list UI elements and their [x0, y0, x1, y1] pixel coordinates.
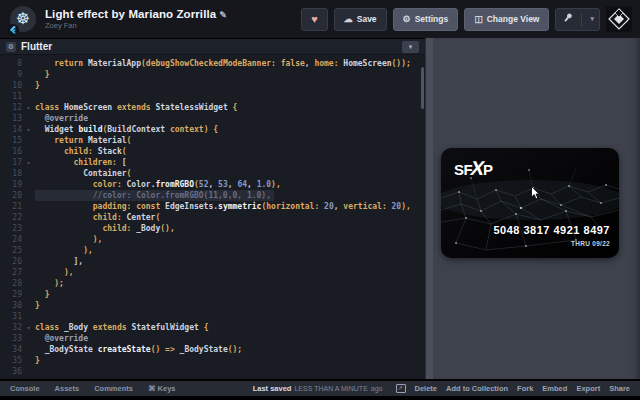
line-number: 18 — [0, 168, 22, 179]
tab-keys[interactable]: ⌘ Keys — [148, 384, 176, 393]
editor-settings-icon[interactable]: ⚙ — [6, 42, 16, 52]
code-text: } — [35, 69, 49, 80]
code-line[interactable]: 28 ); — [0, 278, 425, 289]
page-title-text: Light effect by Mariano Zorrilla — [45, 8, 216, 20]
fork-button[interactable]: Fork — [517, 384, 533, 393]
embed-button[interactable]: Embed — [542, 384, 567, 393]
code-line[interactable]: 12▾class HomeScreen extends StatelessWid… — [0, 102, 425, 113]
collapse-panel-button[interactable]: ▾ — [402, 41, 419, 53]
fold-marker-icon[interactable]: ▾ — [22, 157, 35, 168]
code-line[interactable]: 19 color: Color.fromRGBO(52, 53, 64, 1.0… — [0, 179, 425, 190]
change-view-label: Change View — [487, 14, 540, 24]
code-line[interactable]: 22 child: Center( — [0, 212, 425, 223]
pin-button[interactable]: ▾ — [555, 8, 600, 31]
fold-spacer — [22, 289, 35, 300]
line-number: 25 — [0, 245, 22, 256]
code-text: _BodyState createState() => _BodyState()… — [35, 344, 242, 355]
code-line[interactable]: 21 padding: const EdgeInsets.symmetric(h… — [0, 201, 425, 212]
code-line[interactable]: 23 child: _Body(), — [0, 223, 425, 234]
fold-spacer — [22, 69, 35, 80]
tab-assets[interactable]: Assets — [55, 384, 80, 393]
code-line[interactable]: 10} — [0, 80, 425, 91]
code-line[interactable]: 34 _BodyState createState() => _BodyStat… — [0, 344, 425, 355]
code-line[interactable]: 16 child: Stack( — [0, 146, 425, 157]
line-number: 28 — [0, 278, 22, 289]
code-text: class _Body extends StatefulWidget { — [35, 322, 208, 333]
project-avatar[interactable]: ☸ — [10, 6, 37, 33]
change-view-button[interactable]: ◫ Change View — [464, 8, 549, 31]
add-to-collection-button[interactable]: Add to Collection — [446, 384, 508, 393]
edit-title-icon[interactable]: ✎ — [219, 10, 227, 20]
code-text: padding: const EdgeInsets.symmetric(hori… — [35, 201, 411, 212]
card-number: 5048 3817 4921 8497 — [493, 224, 610, 236]
editor-scrollbar[interactable] — [421, 67, 424, 109]
code-text: child: Center( — [35, 212, 160, 223]
line-number: 34 — [0, 344, 22, 355]
open-external-icon[interactable]: ↗ — [396, 384, 406, 393]
code-line[interactable]: 18 Container( — [0, 168, 425, 179]
code-line[interactable]: 25 ), — [0, 245, 425, 256]
layout-icon: ◫ — [474, 14, 483, 24]
topbar-actions: ♥ ☁ Save ⚙ Settings ◫ Change View ▾ — [301, 6, 632, 32]
code-line[interactable]: 32▾class _Body extends StatefulWidget { — [0, 322, 425, 333]
author-name[interactable]: Zoey Fan — [45, 22, 227, 30]
code-text: //color: Color.fromRGBO(11,0,0, 1.0), — [35, 190, 274, 201]
last-saved-status: Last saved LESS THAN A MINUTE ago — [253, 384, 383, 393]
fold-spacer — [22, 245, 35, 256]
code-line[interactable]: 36 — [0, 366, 425, 377]
fold-marker-icon[interactable]: ▾ — [22, 102, 35, 113]
settings-button[interactable]: ⚙ Settings — [393, 8, 459, 31]
tab-console[interactable]: Console — [10, 384, 40, 393]
user-avatar[interactable] — [606, 6, 632, 32]
code-text: ), — [35, 234, 102, 245]
code-line[interactable]: 35} — [0, 355, 425, 366]
code-line[interactable]: 17▾ children: [ — [0, 157, 425, 168]
fold-spacer — [22, 366, 35, 377]
fold-marker-icon[interactable]: ▾ — [22, 322, 35, 333]
fold-spacer — [22, 267, 35, 278]
code-line[interactable]: 8 return MaterialApp(debugShowCheckedMod… — [0, 58, 425, 69]
gear-icon: ⚙ — [403, 14, 411, 24]
code-line[interactable]: 20 //color: Color.fromRGBO(11,0,0, 1.0), — [0, 190, 425, 201]
fold-spacer — [22, 113, 35, 124]
code-line[interactable]: 13 @override — [0, 113, 425, 124]
code-text: } — [35, 300, 40, 311]
code-line[interactable]: 24 ), — [0, 234, 425, 245]
statusbar-tabs: Console Assets Comments ⌘ Keys — [10, 384, 175, 393]
code-text: return Material( — [35, 135, 131, 146]
line-number: 12 — [0, 102, 22, 113]
code-line[interactable]: 31 — [0, 311, 425, 322]
settings-label: Settings — [415, 14, 449, 24]
chevron-down-icon[interactable]: ▾ — [590, 15, 594, 23]
code-line[interactable]: 33 @override — [0, 333, 425, 344]
line-number: 15 — [0, 135, 22, 146]
line-number: 33 — [0, 333, 22, 344]
share-button[interactable]: Share — [609, 384, 630, 393]
fold-spacer — [22, 58, 35, 69]
fold-marker-icon[interactable]: ▾ — [22, 124, 35, 135]
like-button[interactable]: ♥ — [301, 8, 328, 31]
export-button[interactable]: Export — [576, 384, 600, 393]
delete-button[interactable]: Delete — [415, 384, 438, 393]
panel-resize-handle[interactable] — [425, 38, 433, 379]
code-line[interactable]: 30} — [0, 300, 425, 311]
code-line[interactable]: 26 ], — [0, 256, 425, 267]
code-line[interactable]: 9 } — [0, 69, 425, 80]
save-button[interactable]: ☁ Save — [334, 8, 387, 31]
code-line[interactable]: 14▾ Widget build(BuildContext context) { — [0, 124, 425, 135]
fold-spacer — [22, 146, 35, 157]
code-line[interactable]: 15 return Material( — [0, 135, 425, 146]
line-number: 20 — [0, 190, 22, 201]
code-line[interactable]: 27 ), — [0, 267, 425, 278]
code-text: Container( — [35, 168, 131, 179]
line-number: 30 — [0, 300, 22, 311]
code-line[interactable]: 29 } — [0, 289, 425, 300]
code-text: class HomeScreen extends StatelessWidget… — [35, 102, 237, 113]
code-line[interactable]: 11 — [0, 91, 425, 102]
save-label: Save — [357, 14, 377, 24]
saved-suffix: ago — [371, 385, 383, 392]
line-number: 31 — [0, 311, 22, 322]
code-lines[interactable]: 8 return MaterialApp(debugShowCheckedMod… — [0, 55, 425, 379]
tab-comments[interactable]: Comments — [94, 384, 133, 393]
preview-panel[interactable]: SFXP 5048 3817 4921 8497 THRU 09/22 — [433, 38, 640, 379]
